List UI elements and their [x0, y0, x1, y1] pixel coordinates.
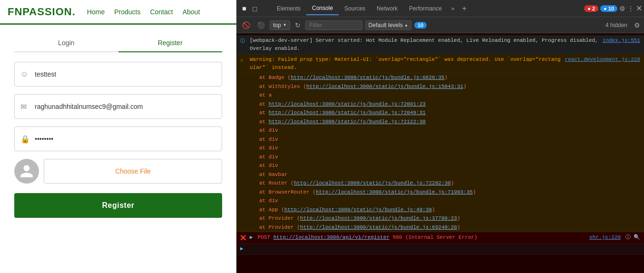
expand-caret-icon[interactable]: ▶: [240, 245, 244, 253]
error-count-badge: ● 2: [584, 5, 598, 12]
error-source[interactable]: xhr.js:220: [589, 234, 621, 242]
provider-link-1[interactable]: http://localhost:3000/static/js/bundle.j…: [300, 215, 457, 221]
stack-line-10: at div: [259, 153, 640, 162]
provider-link-2[interactable]: http://localhost:3000/static/js/bundle.j…: [300, 224, 457, 230]
console-error-text: POST http://localhost:3000/api/v1/regist…: [258, 234, 586, 242]
level-chevron-icon: ▼: [404, 24, 408, 28]
tab-elements[interactable]: Elements: [271, 2, 306, 15]
link-72122[interactable]: http://localhost:3000/static/js/bundle.j…: [269, 119, 426, 125]
stop-btn[interactable]: ⚫: [255, 20, 267, 30]
nav-links: Home Products Contact About: [87, 8, 200, 16]
level-label: Default levels: [369, 22, 403, 29]
email-input[interactable]: [35, 103, 216, 110]
lock-icon: 🔒: [20, 135, 30, 144]
devtools-dock-btn[interactable]: ◽: [238, 4, 250, 13]
email-group: ✉: [14, 94, 222, 119]
nav-products[interactable]: Products: [114, 8, 140, 16]
tab-add-icon[interactable]: +: [459, 1, 470, 16]
stack-line-13: at Router (http://localhost:3000/static/…: [259, 179, 640, 188]
router-link[interactable]: http://localhost:3000/static/js/bundle.j…: [294, 180, 451, 186]
info-source[interactable]: index.js:551: [603, 37, 640, 45]
tab-register[interactable]: Register: [118, 34, 223, 52]
choose-file-label[interactable]: Choose File: [115, 167, 151, 175]
console-output: ⓘ [webpack-dev-server] Server started: H…: [236, 33, 644, 273]
warning-count-badge: ● 10: [600, 5, 617, 12]
username-input[interactable]: [35, 70, 216, 78]
console-settings-icon[interactable]: ⚙: [634, 21, 640, 29]
post-url-link[interactable]: http://localhost:3000/api/v1/register: [273, 234, 390, 240]
level-selector[interactable]: Default levels ▼: [365, 20, 411, 30]
password-group: 🔒: [14, 127, 222, 151]
stack-line-17: at Provider (http://localhost:3000/stati…: [259, 214, 640, 223]
close-devtools-btn[interactable]: ✕: [636, 4, 642, 13]
console-stack: at Badge (http://localhost:3000/static/j…: [236, 73, 644, 232]
refresh-btn[interactable]: ↻: [293, 20, 302, 30]
auth-tabs: Login Register: [14, 34, 222, 52]
console-line-warning: ⚠ Warning: Failed prop type: Material-UI…: [236, 54, 644, 73]
warning-icon: ⚠: [240, 57, 247, 64]
tab-welcome[interactable]: [260, 6, 271, 11]
form-container: Login Register ☺ ✉ 🔒 Choose File: [0, 25, 236, 273]
stack-line-8: at div: [259, 135, 640, 144]
tab-network[interactable]: Network: [371, 2, 403, 15]
stack-line-1: at Badge (http://localhost:3000/static/j…: [259, 73, 640, 82]
app-link[interactable]: http://localhost:3000/static/js/bundle.j…: [284, 207, 432, 213]
warning-source[interactable]: react.development.js:220: [565, 56, 640, 64]
customize-icon[interactable]: ⋮: [627, 5, 634, 12]
console-warning-text: Warning: Failed prop type: Material-UI: …: [250, 56, 562, 71]
context-label: top: [273, 22, 281, 29]
password-input[interactable]: [35, 135, 216, 143]
filter-input[interactable]: [305, 20, 362, 30]
nav-contact[interactable]: Contact: [150, 8, 173, 16]
file-upload-row: Choose File: [14, 159, 222, 184]
settings-icon[interactable]: ⚙: [619, 5, 625, 12]
devtools-panel: ◽ ◻ Elements Console Sources Network Per…: [236, 0, 644, 273]
tab-more-icon[interactable]: »: [448, 2, 459, 15]
console-line-error: ❌ ▶ POST http://localhost:3000/api/v1/re…: [236, 232, 644, 244]
console-line-info: ⓘ [webpack-dev-server] Server started: H…: [236, 35, 644, 54]
stack-line-14: at BrowserRouter (http://localhost:3000/…: [259, 188, 640, 197]
tab-login[interactable]: Login: [14, 34, 118, 51]
expand-arrow-icon[interactable]: ▶: [250, 234, 253, 242]
devtools-right-controls: ● 2 ● 10 ⚙ ⋮ ✕: [584, 4, 642, 13]
devtools-controls-bar: 🚫 ⚫ top ▼ ↻ Default levels ▼ 10 4 hidden…: [236, 17, 644, 33]
error-search-icon[interactable]: 🔍: [634, 234, 640, 242]
avatar-placeholder: [14, 159, 39, 184]
link-72001[interactable]: http://localhost:3000/static/js/bundle.j…: [269, 101, 426, 107]
hidden-count: 4 hidden: [605, 22, 627, 29]
logo: FNPASSION.: [8, 6, 76, 18]
stack-line-18: at Provider (http://localhost:3000/stati…: [259, 223, 640, 232]
stack-line-12: at Navbar: [259, 170, 640, 179]
stack-line-5: at http://localhost:3000/static/js/bundl…: [259, 108, 640, 117]
info-icon: ⓘ: [240, 38, 247, 45]
register-button[interactable]: Register: [14, 193, 222, 218]
browserrouter-link[interactable]: http://localhost:3000/static/js/bundle.j…: [316, 189, 473, 195]
devtools-undock-btn[interactable]: ◻: [250, 4, 260, 13]
tab-sources[interactable]: Sources: [339, 2, 371, 15]
file-input-box[interactable]: Choose File: [44, 159, 222, 184]
console-expand-line: ▶: [236, 244, 644, 255]
console-info-text: [webpack-dev-server] Server started: Hot…: [250, 37, 600, 52]
context-selector[interactable]: top ▼: [270, 20, 290, 30]
badge-link[interactable]: http://localhost:3000/static/js/bundle.j…: [291, 75, 444, 80]
error-icon: ❌: [240, 234, 247, 242]
username-group: ☺: [14, 62, 222, 87]
tab-performance[interactable]: Performance: [403, 2, 448, 15]
link-72049[interactable]: http://localhost:3000/static/js/bundle.j…: [269, 110, 426, 116]
left-panel: FNPASSION. Home Products Contact About L…: [0, 0, 236, 273]
nav-about[interactable]: About: [183, 8, 200, 16]
stack-trace: at Badge (http://localhost:3000/static/j…: [250, 73, 640, 232]
nav-home[interactable]: Home: [87, 8, 105, 16]
person-icon: [19, 164, 34, 179]
tab-console[interactable]: Console: [306, 2, 339, 15]
chevron-down-icon: ▼: [283, 23, 287, 27]
stack-line-4: at http://localhost:3000/static/js/bundl…: [259, 100, 640, 109]
withstyles-link[interactable]: http://localhost:3000/static/js/bundle.j…: [306, 84, 463, 89]
devtools-tab-bar: ◽ ◻ Elements Console Sources Network Per…: [236, 0, 644, 17]
stack-line-2: at WithStyles (http://localhost:3000/sta…: [259, 82, 640, 91]
stack-line-15: at div: [259, 196, 640, 205]
stack-line-6: at http://localhost:3000/static/js/bundl…: [259, 117, 640, 127]
stack-line-16: at App (http://localhost:3000/static/js/…: [259, 205, 640, 214]
clear-console-btn[interactable]: 🚫: [240, 20, 252, 30]
stack-line-7: at div: [259, 126, 640, 135]
